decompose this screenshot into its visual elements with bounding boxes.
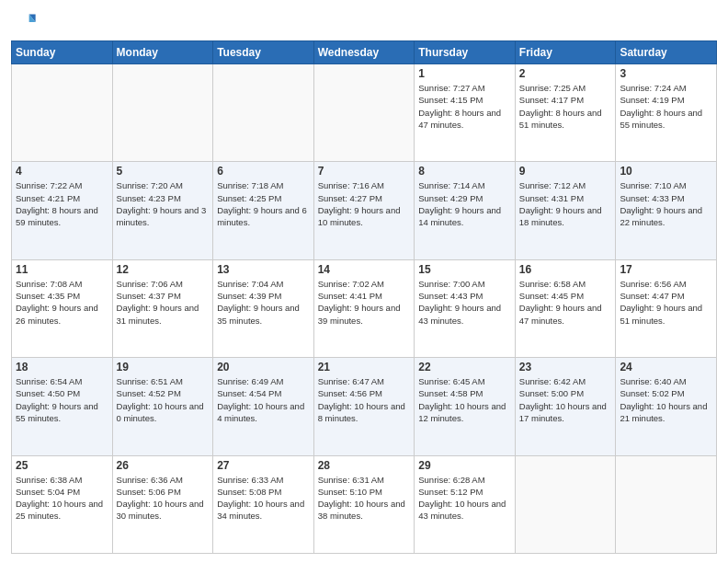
day-number: 23 [519, 361, 612, 373]
day-number: 14 [318, 263, 411, 276]
calendar-table: SundayMondayTuesdayWednesdayThursdayFrid… [11, 40, 717, 554]
calendar-header-friday: Friday [515, 41, 616, 64]
day-number: 5 [117, 165, 210, 178]
calendar-cell: 14Sunrise: 7:02 AM Sunset: 4:41 PM Dayli… [313, 259, 415, 357]
day-number: 28 [318, 459, 411, 472]
calendar-cell: 7Sunrise: 7:16 AM Sunset: 4:27 PM Daylig… [313, 162, 415, 259]
day-info: Sunrise: 7:08 AM Sunset: 4:35 PM Dayligh… [16, 278, 108, 327]
day-number: 2 [519, 67, 612, 80]
calendar-cell: 5Sunrise: 7:20 AM Sunset: 4:23 PM Daylig… [112, 162, 213, 259]
calendar-cell: 21Sunrise: 6:47 AM Sunset: 4:56 PM Dayli… [313, 358, 415, 455]
calendar-cell: 15Sunrise: 7:00 AM Sunset: 4:43 PM Dayli… [415, 259, 516, 357]
day-number: 15 [418, 263, 511, 276]
calendar-cell: 8Sunrise: 7:14 AM Sunset: 4:29 PM Daylig… [415, 162, 516, 259]
calendar-cell [12, 64, 113, 162]
day-info: Sunrise: 6:28 AM Sunset: 5:12 PM Dayligh… [418, 474, 511, 523]
calendar-cell: 6Sunrise: 7:18 AM Sunset: 4:25 PM Daylig… [213, 162, 314, 259]
calendar-cell: 3Sunrise: 7:24 AM Sunset: 4:19 PM Daylig… [616, 64, 717, 162]
day-info: Sunrise: 6:56 AM Sunset: 4:47 PM Dayligh… [620, 278, 712, 327]
calendar-header-tuesday: Tuesday [213, 41, 314, 64]
day-number: 12 [117, 263, 210, 276]
day-info: Sunrise: 6:33 AM Sunset: 5:08 PM Dayligh… [217, 474, 310, 523]
day-info: Sunrise: 7:02 AM Sunset: 4:41 PM Dayligh… [318, 278, 411, 327]
calendar-cell: 9Sunrise: 7:12 AM Sunset: 4:31 PM Daylig… [515, 162, 616, 259]
calendar-week-2: 4Sunrise: 7:22 AM Sunset: 4:21 PM Daylig… [12, 162, 717, 259]
calendar-header-row: SundayMondayTuesdayWednesdayThursdayFrid… [12, 41, 717, 64]
calendar-header-wednesday: Wednesday [313, 41, 415, 64]
calendar-week-5: 25Sunrise: 6:38 AM Sunset: 5:04 PM Dayli… [12, 455, 717, 553]
header [11, 9, 717, 35]
calendar-cell: 11Sunrise: 7:08 AM Sunset: 4:35 PM Dayli… [12, 259, 113, 357]
calendar-cell: 10Sunrise: 7:10 AM Sunset: 4:33 PM Dayli… [616, 162, 717, 259]
calendar-cell: 12Sunrise: 7:06 AM Sunset: 4:37 PM Dayli… [112, 259, 213, 357]
day-number: 19 [117, 361, 210, 373]
calendar-cell: 23Sunrise: 6:42 AM Sunset: 5:00 PM Dayli… [515, 358, 616, 455]
calendar-week-3: 11Sunrise: 7:08 AM Sunset: 4:35 PM Dayli… [12, 259, 717, 357]
calendar-cell [313, 64, 415, 162]
day-info: Sunrise: 7:06 AM Sunset: 4:37 PM Dayligh… [117, 278, 210, 327]
calendar-week-1: 1Sunrise: 7:27 AM Sunset: 4:15 PM Daylig… [12, 64, 717, 162]
calendar-cell: 13Sunrise: 7:04 AM Sunset: 4:39 PM Dayli… [213, 259, 314, 357]
day-info: Sunrise: 7:24 AM Sunset: 4:19 PM Dayligh… [620, 82, 712, 131]
day-number: 9 [519, 165, 612, 178]
calendar-header-sunday: Sunday [12, 41, 113, 64]
day-info: Sunrise: 7:16 AM Sunset: 4:27 PM Dayligh… [318, 179, 411, 228]
day-number: 21 [318, 361, 411, 373]
calendar-header-thursday: Thursday [415, 41, 516, 64]
day-number: 11 [16, 263, 108, 276]
calendar-header-saturday: Saturday [616, 41, 717, 64]
logo [11, 9, 40, 35]
calendar-header-monday: Monday [112, 41, 213, 64]
calendar-cell: 22Sunrise: 6:45 AM Sunset: 4:58 PM Dayli… [415, 358, 516, 455]
calendar-cell: 16Sunrise: 6:58 AM Sunset: 4:45 PM Dayli… [515, 259, 616, 357]
calendar-cell: 1Sunrise: 7:27 AM Sunset: 4:15 PM Daylig… [415, 64, 516, 162]
day-info: Sunrise: 6:38 AM Sunset: 5:04 PM Dayligh… [16, 474, 108, 523]
day-info: Sunrise: 6:36 AM Sunset: 5:06 PM Dayligh… [117, 474, 210, 523]
day-number: 1 [418, 67, 511, 80]
day-number: 8 [418, 165, 511, 178]
day-info: Sunrise: 7:12 AM Sunset: 4:31 PM Dayligh… [519, 179, 612, 228]
day-info: Sunrise: 6:45 AM Sunset: 4:58 PM Dayligh… [418, 375, 511, 424]
day-number: 17 [620, 263, 712, 276]
day-info: Sunrise: 7:27 AM Sunset: 4:15 PM Dayligh… [418, 82, 511, 131]
day-info: Sunrise: 6:51 AM Sunset: 4:52 PM Dayligh… [117, 375, 210, 424]
calendar-cell: 4Sunrise: 7:22 AM Sunset: 4:21 PM Daylig… [12, 162, 113, 259]
day-number: 27 [217, 459, 310, 472]
day-number: 24 [620, 361, 712, 373]
calendar-cell: 26Sunrise: 6:36 AM Sunset: 5:06 PM Dayli… [112, 455, 213, 553]
day-number: 29 [418, 459, 511, 472]
day-number: 25 [16, 459, 108, 472]
logo-icon [11, 9, 37, 35]
day-info: Sunrise: 6:49 AM Sunset: 4:54 PM Dayligh… [217, 375, 310, 424]
calendar-cell: 24Sunrise: 6:40 AM Sunset: 5:02 PM Dayli… [616, 358, 717, 455]
calendar-cell: 17Sunrise: 6:56 AM Sunset: 4:47 PM Dayli… [616, 259, 717, 357]
day-number: 3 [620, 67, 712, 80]
day-info: Sunrise: 7:18 AM Sunset: 4:25 PM Dayligh… [217, 179, 310, 228]
day-number: 26 [117, 459, 210, 472]
calendar-cell: 18Sunrise: 6:54 AM Sunset: 4:50 PM Dayli… [12, 358, 113, 455]
calendar-cell: 25Sunrise: 6:38 AM Sunset: 5:04 PM Dayli… [12, 455, 113, 553]
calendar-cell: 2Sunrise: 7:25 AM Sunset: 4:17 PM Daylig… [515, 64, 616, 162]
day-info: Sunrise: 6:40 AM Sunset: 5:02 PM Dayligh… [620, 375, 712, 424]
day-number: 18 [16, 361, 108, 373]
day-info: Sunrise: 6:47 AM Sunset: 4:56 PM Dayligh… [318, 375, 411, 424]
day-info: Sunrise: 6:54 AM Sunset: 4:50 PM Dayligh… [16, 375, 108, 424]
day-number: 10 [620, 165, 712, 178]
calendar-cell [616, 455, 717, 553]
calendar-cell: 20Sunrise: 6:49 AM Sunset: 4:54 PM Dayli… [213, 358, 314, 455]
day-number: 13 [217, 263, 310, 276]
day-info: Sunrise: 6:31 AM Sunset: 5:10 PM Dayligh… [318, 474, 411, 523]
day-number: 7 [318, 165, 411, 178]
day-info: Sunrise: 7:04 AM Sunset: 4:39 PM Dayligh… [217, 278, 310, 327]
day-info: Sunrise: 6:42 AM Sunset: 5:00 PM Dayligh… [519, 375, 612, 424]
day-info: Sunrise: 7:10 AM Sunset: 4:33 PM Dayligh… [620, 179, 712, 228]
calendar-cell [112, 64, 213, 162]
day-info: Sunrise: 7:00 AM Sunset: 4:43 PM Dayligh… [418, 278, 511, 327]
day-number: 22 [418, 361, 511, 373]
calendar-cell: 29Sunrise: 6:28 AM Sunset: 5:12 PM Dayli… [415, 455, 516, 553]
day-number: 16 [519, 263, 612, 276]
calendar-week-4: 18Sunrise: 6:54 AM Sunset: 4:50 PM Dayli… [12, 358, 717, 455]
calendar-cell: 27Sunrise: 6:33 AM Sunset: 5:08 PM Dayli… [213, 455, 314, 553]
calendar-cell: 19Sunrise: 6:51 AM Sunset: 4:52 PM Dayli… [112, 358, 213, 455]
day-info: Sunrise: 6:58 AM Sunset: 4:45 PM Dayligh… [519, 278, 612, 327]
